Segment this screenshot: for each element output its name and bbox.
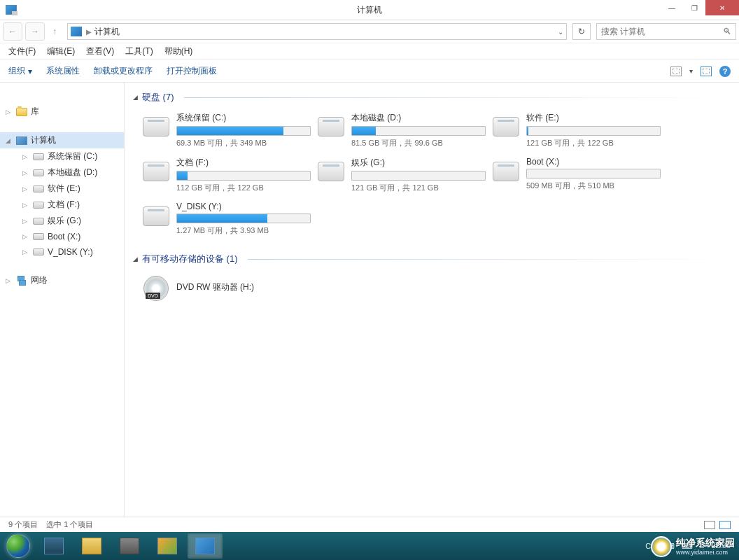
back-button[interactable]: ← — [3, 22, 22, 41]
address-bar[interactable]: ▶ 计算机 ⌄ — [67, 23, 567, 40]
sidebar-drive-label: 系统保留 (C:) — [48, 150, 97, 162]
hdd-icon — [143, 117, 169, 136]
taskbar-desktop[interactable] — [36, 533, 71, 559]
explorer-icon — [82, 538, 101, 554]
disclose-icon[interactable]: ▷ — [22, 218, 29, 225]
drive-name: 文档 (F:) — [176, 157, 311, 169]
maximize-button[interactable]: ❐ — [683, 0, 705, 15]
drive-name: 系统保留 (C:) — [176, 112, 311, 124]
up-button[interactable]: ↑ — [48, 22, 62, 41]
content-area: ◢ 硬盘 (7) 系统保留 (C:)69.3 MB 可用，共 349 MB本地磁… — [125, 83, 739, 517]
hdd-icon — [318, 162, 344, 181]
sidebar-label: 库 — [31, 106, 39, 118]
sidebar: ▷ 库 ◢ 计算机 ▷系统保留 (C:)▷本地磁盘 (D:)▷软件 (E:)▷文… — [0, 83, 125, 517]
sidebar-drive[interactable]: ▷娱乐 (G:) — [0, 213, 124, 229]
taskbar-hardware[interactable] — [112, 533, 147, 559]
menu-tools[interactable]: 工具(T) — [125, 46, 153, 57]
hdd-icon — [143, 162, 169, 181]
refresh-button[interactable]: ↻ — [572, 23, 591, 40]
sidebar-computer[interactable]: ◢ 计算机 — [0, 132, 124, 148]
preview-pane-button[interactable] — [700, 66, 712, 77]
status-item-count: 9 个项目 — [8, 519, 38, 530]
sidebar-drive[interactable]: ▷软件 (E:) — [0, 181, 124, 197]
search-icon[interactable]: 🔍︎ — [723, 27, 731, 36]
drive-item[interactable]: V_DISK (Y:)1.27 MB 可用，共 3.93 MB — [139, 199, 314, 239]
menubar: 文件(F) 编辑(E) 查看(V) 工具(T) 帮助(H) — [0, 43, 739, 60]
watermark-icon — [651, 536, 672, 557]
hardware-icon — [120, 538, 139, 554]
sidebar-drive-label: 软件 (E:) — [48, 183, 80, 195]
disclose-icon[interactable]: ▷ — [22, 169, 29, 176]
watermark: 纯净系统家园 www.yidaimei.com — [651, 536, 735, 557]
disclose-icon[interactable]: ▷ — [22, 202, 29, 209]
computer-icon — [6, 5, 17, 15]
search-input[interactable] — [601, 27, 723, 36]
disclose-icon[interactable]: ▷ — [6, 108, 13, 115]
uninstall-button[interactable]: 卸载或更改程序 — [94, 65, 153, 77]
sidebar-drive-label: 本地磁盘 (D:) — [48, 167, 97, 178]
menu-file[interactable]: 文件(F) — [8, 46, 36, 57]
disclose-icon[interactable]: ◢ — [133, 255, 138, 262]
control-panel-button[interactable]: 打开控制面板 — [167, 65, 217, 77]
group-header-removable[interactable]: ◢ 有可移动存储的设备 (1) — [133, 250, 731, 271]
sidebar-drive[interactable]: ▷本地磁盘 (D:) — [0, 164, 124, 181]
taskbar-explorer[interactable] — [74, 533, 109, 559]
disclose-icon[interactable]: ▷ — [6, 277, 13, 284]
disclose-icon[interactable]: ◢ — [6, 137, 13, 144]
start-orb-icon — [6, 534, 30, 558]
details-view-button[interactable] — [704, 521, 715, 529]
group-header-hdd[interactable]: ◢ 硬盘 (7) — [133, 88, 731, 109]
search-box[interactable]: 🔍︎ — [596, 23, 736, 40]
main-area: ▷ 库 ◢ 计算机 ▷系统保留 (C:)▷本地磁盘 (D:)▷软件 (E:)▷文… — [0, 83, 739, 517]
drive-item[interactable]: 软件 (E:)121 GB 可用，共 122 GB — [488, 109, 663, 151]
taskbar-computer[interactable] — [188, 533, 223, 559]
address-separator: ▶ — [86, 28, 92, 36]
drive-item[interactable]: Boot (X:)509 MB 可用，共 510 MB — [488, 154, 663, 196]
menu-edit[interactable]: 编辑(E) — [47, 46, 75, 57]
disclose-icon[interactable]: ▷ — [22, 248, 29, 255]
group-divider — [248, 259, 731, 260]
imaging-icon — [157, 538, 177, 554]
taskbar-imaging[interactable] — [150, 533, 185, 559]
drive-item[interactable]: 文档 (F:)112 GB 可用，共 122 GB — [139, 154, 314, 196]
minimize-button[interactable]: — — [661, 0, 683, 15]
close-button[interactable]: ✕ — [705, 0, 739, 15]
disclose-icon[interactable]: ▷ — [22, 153, 29, 160]
disclose-icon[interactable]: ▷ — [22, 233, 29, 240]
menu-view[interactable]: 查看(V) — [86, 46, 114, 57]
disclose-icon[interactable]: ▷ — [22, 186, 29, 192]
drive-item[interactable]: 本地磁盘 (D:)81.5 GB 可用，共 99.6 GB — [314, 109, 488, 151]
address-dropdown[interactable]: ⌄ — [558, 28, 563, 36]
drive-name: 娱乐 (G:) — [351, 157, 486, 169]
sidebar-drive[interactable]: ▷V_DISK (Y:) — [0, 244, 124, 260]
tiles-view-button[interactable] — [719, 521, 731, 529]
help-button[interactable]: ? — [719, 66, 731, 77]
window-title: 计算机 — [357, 4, 382, 16]
hdd-icon — [318, 117, 344, 136]
sidebar-network[interactable]: ▷ 网络 — [0, 272, 124, 288]
system-properties-button[interactable]: 系统属性 — [46, 65, 80, 77]
view-options-button[interactable] — [670, 66, 682, 77]
menu-help[interactable]: 帮助(H) — [164, 46, 193, 57]
drive-icon — [33, 186, 44, 192]
drive-usage-bar — [351, 171, 486, 181]
start-button[interactable] — [1, 532, 35, 560]
hdd-icon — [143, 206, 169, 226]
sidebar-libraries[interactable]: ▷ 库 — [0, 104, 124, 120]
removable-item[interactable]: DVD RW 驱动器 (H:) — [139, 271, 314, 306]
drive-usage-bar — [351, 126, 486, 136]
address-text: 计算机 — [94, 26, 555, 38]
organize-button[interactable]: 组织 ▾ — [8, 65, 32, 77]
drive-item[interactable]: 系统保留 (C:)69.3 MB 可用，共 349 MB — [139, 109, 314, 151]
sidebar-drive[interactable]: ▷Boot (X:) — [0, 229, 124, 244]
view-dropdown[interactable]: ▾ — [689, 67, 693, 75]
drive-item[interactable]: 娱乐 (G:)121 GB 可用，共 121 GB — [314, 154, 488, 196]
organize-label: 组织 — [8, 65, 25, 77]
sidebar-drive[interactable]: ▷文档 (F:) — [0, 197, 124, 213]
forward-button[interactable]: → — [25, 22, 45, 41]
drive-icon — [33, 202, 44, 209]
sidebar-drive-label: Boot (X:) — [48, 232, 80, 241]
disclose-icon[interactable]: ◢ — [133, 94, 138, 101]
sidebar-drive[interactable]: ▷系统保留 (C:) — [0, 148, 124, 164]
computer-icon — [16, 136, 27, 145]
